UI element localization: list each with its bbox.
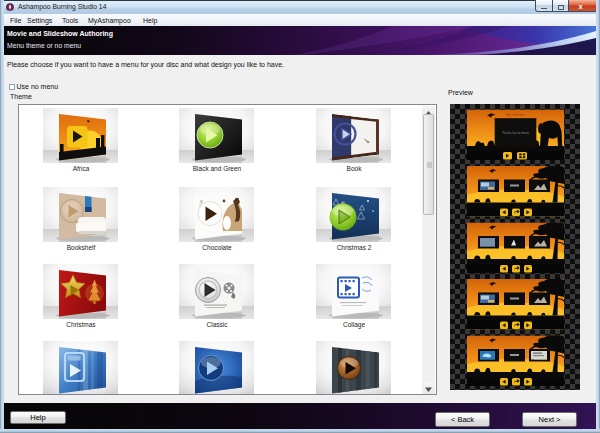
svg-text:The disc has no movies: The disc has no movies <box>502 131 530 135</box>
svg-text:My Movies: My Movies <box>506 112 525 117</box>
